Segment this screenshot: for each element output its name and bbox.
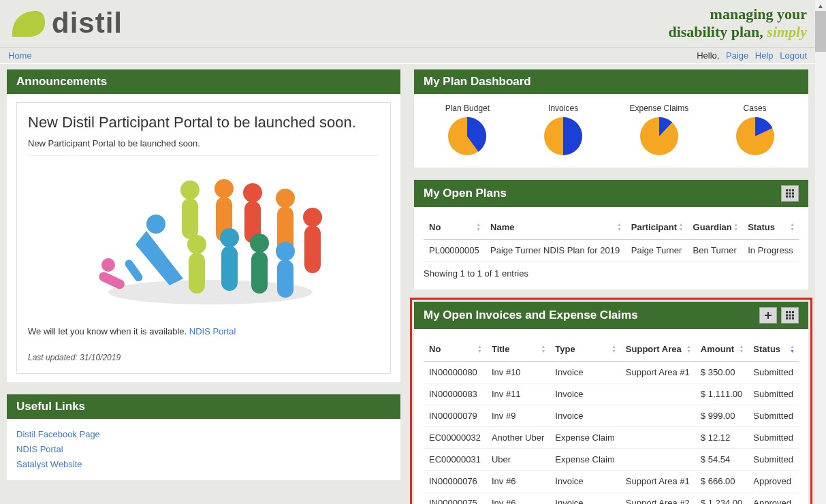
svg-rect-30 [786, 192, 788, 194]
announcements-header: Announcements [7, 69, 400, 94]
pie-chart-icon [640, 117, 678, 155]
useful-links-header: Useful Links [7, 394, 400, 419]
table-row[interactable]: EC00000032Another UberExpense Claim$ 12.… [424, 426, 799, 448]
pie-chart-icon [544, 117, 582, 155]
useful-link[interactable]: Distil Facebook Page [16, 429, 100, 439]
inv-col-type[interactable]: Type▲▼ [550, 337, 620, 362]
cell-guardian: Ben Turner [688, 239, 743, 261]
announcement-card: New Distil Participant Portal to be laun… [16, 102, 391, 374]
svg-rect-33 [786, 195, 788, 198]
open-invoices-header: My Open Invoices and Expense Claims [424, 309, 638, 322]
announcement-footer: We will let you know when it is availabl… [28, 326, 379, 336]
table-row[interactable]: IN00000083Inv #11Invoice$ 1,111.00Submit… [424, 383, 799, 405]
useful-links-panel: Useful Links Distil Facebook Page NDIS P… [7, 394, 400, 480]
cell-support [620, 426, 695, 448]
svg-rect-38 [786, 311, 788, 313]
plans-col-no[interactable]: No▲▼ [424, 215, 485, 240]
scrollbar-thumb[interactable] [815, 11, 826, 52]
svg-point-11 [276, 189, 295, 208]
plans-col-name[interactable]: Name▲▼ [485, 215, 626, 240]
table-row[interactable]: IN00000076Inv #6InvoiceSupport Area #1$ … [424, 470, 799, 492]
nav-logout[interactable]: Logout [780, 50, 807, 61]
svg-rect-32 [792, 192, 794, 194]
dashboard-pie-cases[interactable]: Cases [707, 104, 803, 155]
svg-rect-41 [786, 314, 788, 316]
svg-point-15 [187, 235, 206, 254]
brand-logo[interactable]: distil [8, 7, 123, 40]
plan-dashboard-header: My Plan Dashboard [414, 69, 808, 94]
svg-point-13 [303, 208, 322, 227]
open-plans-table: No▲▼Name▲▼Participant▲▼Guardian▲▼Status▲… [424, 215, 799, 262]
brand-tagline: managing your disability plan, simply [668, 5, 807, 42]
grid-view-icon[interactable] [781, 185, 799, 202]
cell-support: Support Area #1 [620, 470, 695, 492]
svg-point-9 [243, 183, 262, 202]
svg-point-17 [220, 228, 239, 247]
svg-rect-43 [792, 314, 794, 316]
nav-home[interactable]: Home [8, 50, 32, 61]
cell-support: Support Area #1 [620, 361, 695, 383]
logo-icon [8, 7, 46, 40]
cell-title: Inv #10 [486, 361, 550, 383]
svg-point-21 [276, 242, 295, 261]
inv-col-support-area[interactable]: Support Area▲▼ [620, 337, 695, 362]
cell-amount: $ 54.54 [695, 448, 748, 470]
scroll-up-icon[interactable]: ▲ [815, 0, 826, 11]
useful-link[interactable]: NDIS Portal [16, 444, 63, 454]
greeting-text: Hello, [697, 50, 722, 61]
inv-col-status[interactable]: Status▲▼ [748, 337, 799, 362]
cell-type: Expense Claim [550, 426, 620, 448]
add-icon[interactable] [759, 307, 777, 324]
cell-status: Approved [748, 492, 799, 504]
cell-name: Paige Turner NDIS Plan for 2019 [485, 239, 626, 261]
table-row[interactable]: PL00000005Paige Turner NDIS Plan for 201… [424, 239, 799, 261]
plans-col-participant[interactable]: Participant▲▼ [626, 215, 688, 240]
cell-no: PL00000005 [424, 239, 485, 261]
cell-no: EC00000032 [424, 426, 486, 448]
announcements-panel: Announcements New Distil Participant Por… [7, 69, 400, 382]
cell-no: IN00000080 [424, 361, 486, 383]
plans-col-guardian[interactable]: Guardian▲▼ [688, 215, 743, 240]
svg-point-5 [180, 180, 200, 200]
announcement-title: New Distil Participant Portal to be laun… [28, 114, 379, 131]
dashboard-pie-label: Invoices [515, 104, 611, 113]
table-row[interactable]: IN00000079Inv #9Invoice$ 999.00Submitted [424, 405, 799, 426]
inv-col-no[interactable]: No▲▼ [424, 337, 486, 362]
scrollbar[interactable]: ▲ [815, 0, 826, 504]
cell-amount: $ 999.00 [695, 405, 748, 426]
plans-col-status[interactable]: Status▲▼ [742, 215, 799, 240]
open-invoices-panel: My Open Invoices and Expense Claims No▲▼… [414, 302, 808, 504]
cell-status: Submitted [748, 361, 799, 383]
table-row[interactable]: IN00000080Inv #10InvoiceSupport Area #1$… [424, 361, 799, 383]
nav-user-link[interactable]: Paige [726, 50, 748, 61]
cell-type: Invoice [550, 383, 620, 405]
cell-participant: Paige Turner [626, 239, 688, 261]
cell-status: Submitted [748, 448, 799, 470]
cell-amount: $ 1,234.00 [695, 492, 748, 504]
svg-rect-20 [251, 251, 268, 294]
useful-link[interactable]: Satalyst Website [16, 459, 82, 469]
dashboard-pie-label: Expense Claims [611, 104, 708, 113]
inv-col-title[interactable]: Title▲▼ [486, 337, 550, 362]
grid-view-icon[interactable] [781, 307, 799, 324]
cell-support [620, 383, 695, 405]
svg-rect-37 [765, 315, 772, 316]
inv-col-amount[interactable]: Amount▲▼ [695, 337, 748, 362]
table-row[interactable]: IN00000075Inv #6InvoiceSupport Area #2$ … [424, 492, 799, 504]
cell-amount: $ 350.00 [695, 361, 748, 383]
dashboard-pie-expense-claims[interactable]: Expense Claims [611, 104, 708, 155]
table-row[interactable]: EC00000031UberExpense Claim$ 54.54Submit… [424, 448, 799, 470]
dashboard-pie-invoices[interactable]: Invoices [515, 104, 611, 155]
cell-type: Invoice [550, 470, 620, 492]
plan-dashboard-panel: My Plan Dashboard Plan BudgetInvoicesExp… [414, 69, 808, 168]
cell-no: IN00000076 [424, 470, 486, 492]
useful-links-list: Distil Facebook Page NDIS Portal Satalys… [16, 427, 391, 472]
dashboard-pie-plan-budget[interactable]: Plan Budget [419, 104, 515, 155]
cell-title: Inv #6 [486, 492, 550, 504]
cell-amount: $ 1,111.00 [695, 383, 748, 405]
announcement-footer-link[interactable]: NDIS Portal [189, 326, 236, 336]
svg-rect-31 [789, 192, 791, 194]
dashboard-pie-label: Cases [707, 104, 803, 113]
cell-title: Inv #6 [486, 470, 550, 492]
nav-help[interactable]: Help [755, 50, 774, 61]
